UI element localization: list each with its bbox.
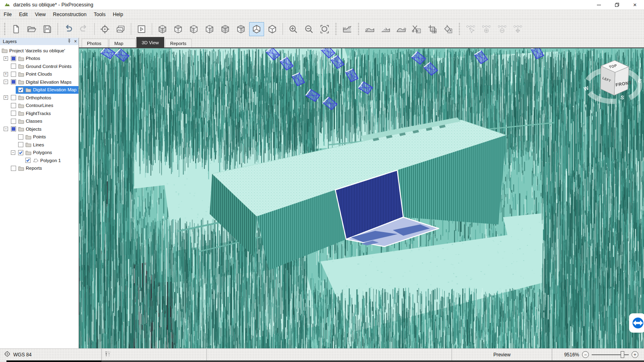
- layer-checkbox-unchecked[interactable]: [18, 134, 23, 140]
- toolbar-drag-handle[interactable]: [459, 23, 460, 35]
- camera-frustum[interactable]: [321, 48, 335, 58]
- compass-west[interactable]: W: [583, 85, 590, 92]
- expander-minus-icon[interactable]: −: [4, 127, 11, 131]
- camera-frustum[interactable]: [322, 96, 338, 111]
- camera-frustum[interactable]: [357, 80, 374, 95]
- layer-objects[interactable]: −Objects: [0, 125, 78, 133]
- layer-checkbox-unchecked[interactable]: [11, 95, 16, 100]
- close-button[interactable]: ×: [626, 0, 644, 9]
- layer-digital-elevation-map-1[interactable]: Digital Elevation Map 1: [0, 86, 78, 94]
- layer-reports[interactable]: Reports: [0, 165, 78, 173]
- toolbar-button-open-project[interactable]: [24, 22, 39, 36]
- toolbar-button-zoom-out[interactable]: [301, 22, 316, 36]
- camera-frustum[interactable]: [330, 55, 345, 69]
- camera-frustum[interactable]: [411, 51, 426, 65]
- toolbar-button-surface-draw[interactable]: [362, 22, 377, 36]
- tab-reports[interactable]: Reports: [165, 39, 192, 47]
- layer-checkbox-checked[interactable]: [18, 150, 23, 155]
- layer-checkbox-unchecked[interactable]: [11, 72, 16, 77]
- expander-minus-icon[interactable]: −: [11, 150, 18, 155]
- layer-digital-elevation-maps[interactable]: −Digital Elevation Maps: [0, 78, 78, 86]
- layer-project-darzelis-su-oblique[interactable]: Project 'darzelis su oblique': [0, 47, 78, 55]
- menu-help[interactable]: Help: [109, 10, 127, 19]
- layer-polygons[interactable]: −Polygons: [0, 149, 78, 157]
- layer-checkbox-unchecked[interactable]: [11, 111, 16, 116]
- toolbar-button-gcp-target[interactable]: [97, 22, 112, 36]
- toolbar-button-view-right[interactable]: [202, 22, 217, 36]
- toolbar-button-undo[interactable]: [61, 22, 76, 36]
- 3d-viewport[interactable]: WSETOPFRONTLEFT: [79, 48, 644, 348]
- camera-frustum[interactable]: [305, 87, 321, 103]
- layer-contourlines[interactable]: ContourLines: [0, 102, 78, 110]
- tab-3d-view[interactable]: 3D View: [136, 37, 164, 47]
- camera-frustum[interactable]: [266, 48, 280, 60]
- toolbar-button-cut-region[interactable]: [409, 22, 424, 36]
- expander-minus-icon[interactable]: −: [4, 80, 11, 84]
- toolbar-button-photos[interactable]: [113, 22, 128, 36]
- layer-checkbox-partial[interactable]: [11, 56, 16, 61]
- layer-checkbox-partial[interactable]: [11, 79, 16, 84]
- layer-lines[interactable]: Lines: [0, 141, 78, 149]
- camera-frustum[interactable]: [424, 62, 438, 75]
- pin-icon[interactable]: [67, 39, 71, 44]
- camera-frustum[interactable]: [344, 67, 360, 83]
- compass-south[interactable]: S: [620, 94, 624, 101]
- layer-points[interactable]: Points: [0, 133, 78, 141]
- camera-frustum[interactable]: [473, 50, 489, 64]
- layer-checkbox-unchecked[interactable]: [11, 103, 16, 108]
- camera-frustum[interactable]: [279, 56, 294, 71]
- toolbar-button-surface-flatten[interactable]: [394, 22, 409, 36]
- close-panel-icon[interactable]: ×: [74, 39, 77, 44]
- zoom-decrease-button[interactable]: −: [582, 351, 589, 358]
- toolbar-drag-handle[interactable]: [335, 23, 336, 35]
- camera-frustum[interactable]: [290, 71, 307, 87]
- layer-classes[interactable]: Classes: [0, 117, 78, 125]
- expander-plus-icon[interactable]: +: [4, 72, 11, 76]
- toolbar-button-new-file[interactable]: [8, 22, 23, 36]
- layer-checkbox-unchecked[interactable]: [11, 64, 16, 69]
- camera-frustum[interactable]: [114, 48, 130, 62]
- toolbar-button-run-processing[interactable]: [134, 22, 149, 36]
- expander-plus-icon[interactable]: +: [4, 95, 11, 100]
- layer-checkbox-partial[interactable]: [11, 126, 16, 132]
- layer-checkbox-unchecked[interactable]: [11, 166, 16, 171]
- height-reference-icon[interactable]: [104, 351, 111, 359]
- zoom-slider[interactable]: [592, 351, 629, 358]
- toolbar-button-crop-region[interactable]: [425, 22, 440, 36]
- menu-view[interactable]: View: [31, 10, 50, 19]
- tab-photos[interactable]: Photos: [82, 39, 108, 47]
- minimize-button[interactable]: [590, 0, 608, 9]
- toolbar-button-view-top[interactable]: [171, 22, 186, 36]
- restore-button[interactable]: [608, 0, 626, 9]
- layer-photos[interactable]: +Photos: [0, 55, 78, 63]
- layer-checkbox-checked[interactable]: [25, 158, 31, 163]
- layer-ground-control-points[interactable]: Ground Control Points: [0, 62, 78, 70]
- toolbar-button-fill-region[interactable]: [441, 22, 456, 36]
- toolbar-button-view-front[interactable]: [218, 22, 233, 36]
- toolbar-button-save-project[interactable]: [40, 22, 55, 36]
- layer-checkbox-unchecked[interactable]: [11, 119, 16, 124]
- menu-tools[interactable]: Tools: [90, 10, 109, 19]
- toolbar-button-zoom-in[interactable]: [286, 22, 301, 36]
- teamviewer-overlay[interactable]: [629, 313, 644, 333]
- toolbar-button-view-isometric[interactable]: [265, 22, 280, 36]
- toolbar-drag-handle[interactable]: [4, 23, 5, 35]
- layer-polygon-1[interactable]: Polygon 1: [0, 156, 78, 165]
- toolbar-button-view-left[interactable]: [186, 22, 201, 36]
- expander-plus-icon[interactable]: +: [4, 56, 11, 61]
- zoom-increase-button[interactable]: +: [632, 351, 638, 358]
- zoom-slider-handle[interactable]: [621, 351, 624, 358]
- toolbar-button-zoom-fit[interactable]: [317, 22, 332, 36]
- menu-reconstruction[interactable]: Reconstruction: [50, 10, 90, 19]
- menu-edit[interactable]: Edit: [15, 10, 31, 19]
- tab-map[interactable]: Map: [109, 39, 136, 47]
- toolbar-drag-handle[interactable]: [358, 23, 359, 35]
- toolbar-button-view-back[interactable]: [233, 22, 248, 36]
- navigation-cube[interactable]: WSETOPFRONTLEFT: [583, 60, 642, 101]
- camera-frustum[interactable]: [100, 48, 116, 61]
- layer-flighttracks[interactable]: FlightTracks: [0, 109, 78, 117]
- layer-point-clouds[interactable]: +Point Clouds: [0, 70, 78, 78]
- toolbar-button-view-bottom[interactable]: [155, 22, 170, 36]
- menu-file[interactable]: File: [0, 10, 15, 19]
- toolbar-button-profile-measure[interactable]: [340, 22, 355, 36]
